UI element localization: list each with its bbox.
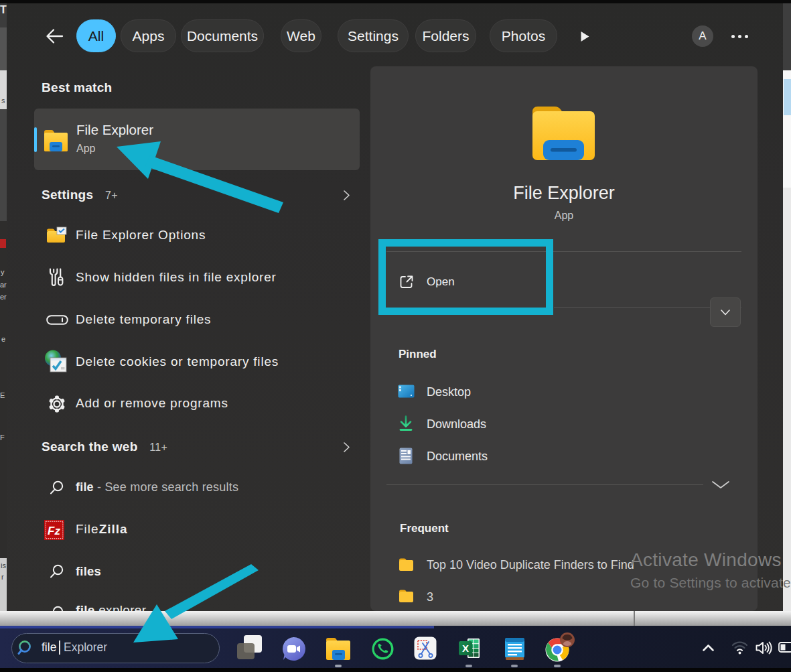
svg-text:X: X [462,643,469,654]
svg-text:Fz: Fz [48,525,60,537]
